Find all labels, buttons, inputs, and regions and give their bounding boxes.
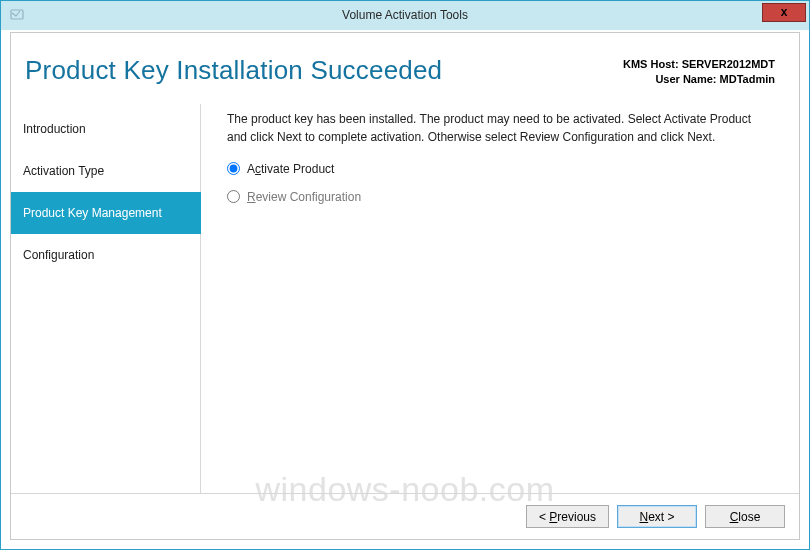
wizard-sidebar: Introduction Activation Type Product Key…	[11, 104, 201, 493]
body-split: Introduction Activation Type Product Key…	[11, 104, 799, 493]
user-name-label: User Name:	[655, 73, 716, 85]
window-frame: Volume Activation Tools x Product Key In…	[0, 0, 810, 550]
wizard-footer: < Previous Next > Close	[11, 493, 799, 539]
close-button[interactable]: Close	[705, 505, 785, 528]
previous-button[interactable]: < Previous	[526, 505, 609, 528]
page-title: Product Key Installation Succeeded	[25, 55, 442, 86]
radio-activate-product[interactable]	[227, 162, 240, 175]
close-icon: x	[781, 5, 788, 19]
radio-review-configuration[interactable]	[227, 190, 240, 203]
sidebar-item-introduction[interactable]: Introduction	[11, 108, 201, 150]
window-title: Volume Activation Tools	[1, 8, 809, 22]
user-name-value: MDTadmin	[720, 73, 775, 85]
description-text: The product key has been installed. The …	[227, 110, 757, 146]
kms-host-label: KMS Host:	[623, 58, 679, 70]
content-pane: The product key has been installed. The …	[201, 104, 799, 493]
sidebar-item-product-key-management[interactable]: Product Key Management	[11, 192, 201, 234]
option-review-configuration[interactable]: Review Configuration	[227, 188, 777, 206]
close-window-button[interactable]: x	[762, 3, 806, 22]
sidebar-item-configuration[interactable]: Configuration	[11, 234, 201, 276]
radio-review-configuration-label: Review Configuration	[247, 188, 361, 206]
page-header: Product Key Installation Succeeded KMS H…	[11, 33, 799, 104]
radio-activate-product-label: Activate Product	[247, 160, 334, 178]
kms-host-value: SERVER2012MDT	[682, 58, 775, 70]
client-area: Product Key Installation Succeeded KMS H…	[10, 32, 800, 540]
sidebar-item-activation-type[interactable]: Activation Type	[11, 150, 201, 192]
system-menu-icon[interactable]	[9, 7, 25, 23]
host-info: KMS Host: SERVER2012MDT User Name: MDTad…	[623, 55, 775, 88]
next-button[interactable]: Next >	[617, 505, 697, 528]
titlebar[interactable]: Volume Activation Tools x	[1, 1, 809, 30]
option-activate-product[interactable]: Activate Product	[227, 160, 777, 178]
